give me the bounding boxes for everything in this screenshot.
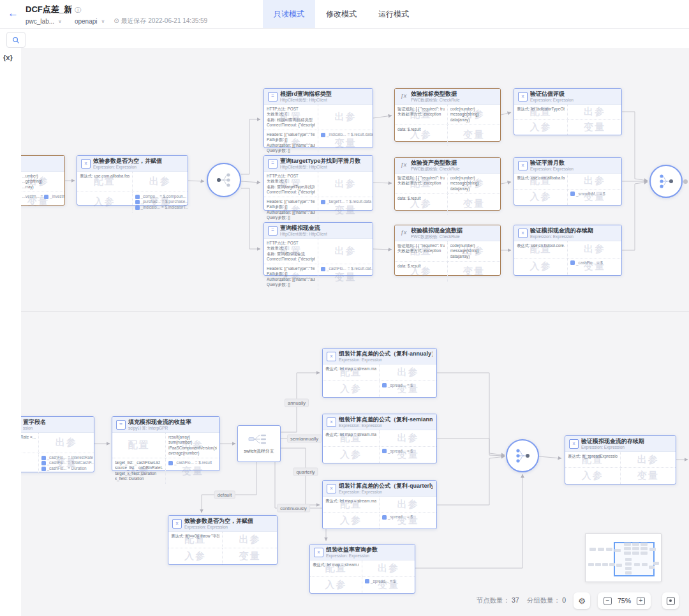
config-line: result(array) <box>168 435 217 440</box>
node-title: 验证模拟现金流的存续期 <box>581 438 644 445</box>
minimap-node <box>624 552 631 555</box>
tab-mode-1[interactable]: 修改模式 <box>315 0 367 28</box>
config-line: ConnectTimeout: {"description"... <box>267 190 315 195</box>
watermark-output: 出参 <box>362 560 415 576</box>
node-title: 查询targetType并找到平滑月数 <box>280 158 360 165</box>
tag-name: _indicato... <box>141 205 160 211</box>
expr-validate-params-bottom[interactable]: x效验参数是否为空，并赋值Expression: Expression配置表达式… <box>168 515 278 565</box>
expr-validate-cashflow-duration-top[interactable]: x验证模拟现金流的存续期Expression: Expression配置表达式:… <box>514 225 622 276</box>
check-rule-cut-left[interactable]: 配置出参...umber)...ge(string)...rray)入参变量..… <box>21 155 65 206</box>
node-subtitle: PWC数据校验: CheckRule <box>411 167 460 172</box>
left-gutter <box>0 48 21 616</box>
config-line: ...rray) <box>22 184 63 190</box>
minimap-node <box>641 552 648 555</box>
tag-value: = $.purchase... <box>162 199 188 205</box>
minimap[interactable] <box>585 533 662 582</box>
branch-out-circle[interactable] <box>207 163 241 197</box>
http-query-cashflow[interactable]: ≡查询模拟现金流HttpClient类型: HttpClient配置HTTP方法… <box>263 222 373 276</box>
variable-tag: _indicato...= $.result.data <box>321 132 370 138</box>
zoom-in-button[interactable]: + <box>637 597 645 605</box>
switch-branch[interactable]: switch流程分支 <box>237 425 281 462</box>
expr-spread-formula-quarterly[interactable]: x组装计算点差的公式（复利-quarterly）Expression: Expr… <box>322 480 437 529</box>
node-title: 组装计算点差的公式（复利-quarterly） <box>339 483 433 490</box>
interp-fill-cashflow-yield[interactable]: ≈填充模拟现金流的收益率scipy计算: InterpGPR配置出参result… <box>112 416 220 471</box>
quadrant-output: 出参 <box>380 364 436 381</box>
config-line: data(array) <box>450 117 498 123</box>
config-line: 表达式: let map = stream.map()... <box>325 432 376 437</box>
http-icon: ≡ <box>268 226 278 236</box>
node-body: 配置表达式: let map = stream.map()...出参入参变量_s… <box>323 364 436 397</box>
node-header: ƒx效验资产类型数据PWC数据校验: CheckRule <box>395 158 500 174</box>
flow-canvas[interactable]: 节点数量：37 分组数量：0 ⚙ − 75% + 配置出参...umber)..… <box>21 48 689 616</box>
settings-button[interactable]: ⚙ <box>574 592 590 609</box>
http-query-indicator-type[interactable]: ≡根据rd查询指标类型HttpClient类型: HttpClient配置HTT… <box>263 88 373 148</box>
service-select[interactable]: openapi <box>75 18 98 25</box>
node-title: 效验参数是否为空，并赋值 <box>184 518 253 525</box>
minimap-node <box>634 563 640 566</box>
quadrant-input: 入参Headers: [{"valueType":"Text","n...Pat… <box>264 264 318 290</box>
minimap-node <box>649 566 655 569</box>
tab-mode-0[interactable]: 只读模式 <box>263 0 315 28</box>
http-icon: ≡ <box>268 159 278 169</box>
variable-chip-icon <box>135 206 140 210</box>
expr-set-fields-cut-left[interactable]: 置字段名ssion配置Rate =...出参入参变量_cashFlo...= I… <box>21 416 94 472</box>
quadrant-variable: 变量 <box>621 468 676 484</box>
merge-top-circle[interactable] <box>649 165 683 198</box>
expr-spread-formula-semiannually[interactable]: x组装计算点差的公式（复利-semiannually）Expression: E… <box>322 414 437 463</box>
variable-tag: _spread...= $ <box>382 449 434 454</box>
tag-value: = $ <box>407 383 413 389</box>
expr-icon: x <box>518 92 528 101</box>
quadrant-input: 入参 <box>514 259 568 276</box>
check-indicator-type-data[interactable]: ƒx效验指标类型数据PWC数据校验: CheckRule配置验证规则: [ { … <box>394 88 501 142</box>
flow-edge <box>437 439 505 456</box>
quadrant-variable: 变量 <box>448 262 501 282</box>
config-line: data: $.result <box>397 264 445 269</box>
flow-edge <box>501 182 511 184</box>
tab-mode-2[interactable]: 运行模式 <box>367 0 420 28</box>
watermark-output: 出参 <box>568 174 621 189</box>
edge-label-semiannually: semiannually <box>287 435 322 443</box>
node-title: 验证平滑月数 <box>530 160 574 167</box>
config-line: 名称: 查询模拟现金流 <box>267 252 315 257</box>
variable-chip-icon <box>570 192 575 196</box>
tag-name: _cashFlo... <box>47 455 67 461</box>
variables-panel-button[interactable]: {x} <box>3 54 13 61</box>
fit-view-button[interactable] <box>662 592 679 609</box>
quadrant-output: 出参...umber)...ge(string)...rray) <box>21 172 64 192</box>
expr-validate-smooth-months[interactable]: x验证平滑月数Expression: Expression配置表达式: use … <box>514 157 622 206</box>
flow-edge <box>241 119 260 174</box>
back-arrow-icon[interactable]: ← <box>8 6 19 21</box>
quadrant-input: 入参target_list: _cashFlowListsource_list:… <box>112 458 166 484</box>
config-line: Authorization: [{"name":"authTyp... <box>267 210 315 215</box>
variable-chip-icon <box>321 133 325 137</box>
node-body: 配置验证规则: [ { "required": tru...失败处理方式: ex… <box>395 241 500 282</box>
config-line: Query参数: [] <box>267 148 315 153</box>
validate-params-top[interactable]: x效验参数是否为空，并赋值Expression: Expression配置表达式… <box>77 155 188 206</box>
config-line: ...ge(string) <box>22 179 63 184</box>
search-button[interactable] <box>6 32 26 48</box>
tag-name: _smoothM... <box>576 192 598 197</box>
config-line: 表达式: use com.alibaba.fastjson... <box>80 174 130 179</box>
tag-value: = $ <box>390 579 396 585</box>
node-subtitle: scipy计算: InterpGPR <box>128 426 191 431</box>
chevron-down-icon: ∨ <box>58 19 62 24</box>
zoom-out-button[interactable]: − <box>604 597 612 605</box>
config-line: Query参数: [] <box>267 215 315 220</box>
expr-spread-formula-annually[interactable]: x组装计算点差的公式（复利-annualy）Expression: Expres… <box>322 348 437 398</box>
node-header: ≡查询模拟现金流HttpClient类型: HttpClient <box>264 223 373 239</box>
project-select[interactable]: pwc_lab... <box>26 18 54 25</box>
config-line: 表达式: let map = stream.map()... <box>313 562 359 567</box>
http-query-targettype[interactable]: ≡查询targetType并找到平滑月数HttpClient类型: HttpCl… <box>263 155 373 211</box>
expr-validate-valuation-rating[interactable]: x验证估值评级Expression: Expression配置表达式: let … <box>514 88 622 135</box>
merge-bottom-circle[interactable] <box>506 439 539 472</box>
check-asset-type-data[interactable]: ƒx效验资产类型数据PWC数据校验: CheckRule配置验证规则: [ { … <box>394 157 501 211</box>
watermark-output: 出参 <box>318 172 373 197</box>
quadrant-input: 入参 <box>323 447 380 463</box>
expr-yield-query-params[interactable]: x组装收益率查询参数Expression: Expression配置表达式: l… <box>309 544 415 594</box>
watermark-input: 入参 <box>514 190 567 206</box>
node-body: 配置表达式: if(t==0){ throw "字段的...出参入参变量 <box>168 532 277 564</box>
flow-edge <box>281 448 320 505</box>
check-cashflow-data[interactable]: ƒx校验模拟现金流数据PWC数据校验: CheckRule配置验证规则: [ {… <box>394 225 501 276</box>
node-body: 配置表达式: let map = stream.map()...出参入参变量_s… <box>310 560 415 593</box>
expr-validate-cashflow-duration-bottom[interactable]: x验证模拟现金流的存续期Expression: Expression配置表达式:… <box>565 435 676 485</box>
